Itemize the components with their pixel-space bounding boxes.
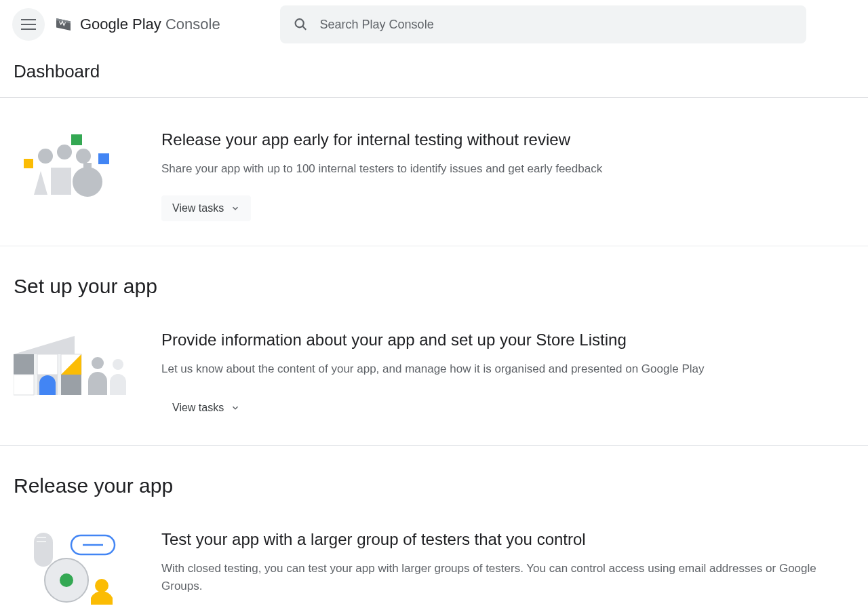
- svg-point-10: [73, 167, 102, 197]
- card-internal-testing: Release your app early for internal test…: [0, 98, 868, 246]
- svg-rect-2: [71, 134, 82, 145]
- button-label: View tasks: [172, 202, 224, 214]
- section-setup-app: Set up your app: [0, 246, 868, 298]
- page-title: Dashboard: [0, 49, 868, 98]
- search-input[interactable]: [320, 18, 793, 32]
- illustration-closed-testing: [14, 530, 129, 605]
- card-content: Test your app with a larger group of tes…: [161, 530, 854, 606]
- svg-rect-9: [51, 168, 71, 195]
- card-title: Release your app early for internal test…: [161, 130, 854, 149]
- svg-rect-4: [24, 159, 33, 168]
- app-header: Google Play Console: [0, 0, 868, 49]
- logo-text: Google Play Console: [80, 16, 220, 33]
- svg-point-5: [38, 149, 53, 164]
- svg-rect-11: [83, 163, 92, 171]
- svg-point-6: [57, 145, 72, 159]
- card-store-listing: Provide information about your app and s…: [0, 298, 868, 447]
- card-title: Provide information about your app and s…: [161, 330, 854, 349]
- svg-point-28: [60, 573, 73, 587]
- illustration-store-listing: [14, 330, 129, 398]
- svg-point-7: [76, 149, 91, 164]
- svg-point-21: [92, 357, 104, 369]
- svg-rect-14: [14, 354, 34, 375]
- view-tasks-button[interactable]: View tasks: [161, 195, 251, 221]
- svg-point-0: [295, 19, 303, 27]
- card-description: Share your app with up to 100 internal t…: [161, 160, 854, 178]
- play-console-logo[interactable]: Google Play Console: [54, 14, 220, 35]
- svg-point-29: [95, 579, 108, 592]
- card-description: With closed testing, you can test your a…: [161, 560, 854, 594]
- search-box[interactable]: [280, 5, 806, 43]
- section-release-app: Release your app: [0, 446, 868, 497]
- svg-rect-23: [37, 537, 46, 538]
- illustration-internal-testing: [14, 130, 129, 198]
- svg-line-1: [302, 26, 306, 30]
- chevron-down-icon: [231, 204, 240, 213]
- card-description: Let us know about the content of your ap…: [161, 360, 854, 378]
- card-content: Provide information about your app and s…: [161, 330, 854, 421]
- card-title: Test your app with a larger group of tes…: [161, 530, 854, 549]
- svg-point-22: [113, 359, 123, 370]
- svg-rect-24: [37, 541, 46, 542]
- svg-rect-15: [37, 354, 58, 375]
- search-icon: [294, 17, 308, 32]
- svg-rect-20: [61, 375, 81, 395]
- svg-marker-12: [14, 336, 75, 354]
- chevron-down-icon: [231, 403, 240, 413]
- play-icon: [54, 14, 75, 35]
- view-tasks-button[interactable]: View tasks: [161, 395, 251, 421]
- button-label: View tasks: [172, 402, 224, 414]
- hamburger-icon: [21, 19, 36, 30]
- card-content: Release your app early for internal test…: [161, 130, 854, 221]
- svg-rect-3: [98, 153, 109, 164]
- card-closed-testing: Test your app with a larger group of tes…: [0, 497, 868, 606]
- menu-button[interactable]: [12, 8, 45, 41]
- svg-marker-8: [34, 171, 47, 195]
- svg-rect-18: [14, 375, 34, 395]
